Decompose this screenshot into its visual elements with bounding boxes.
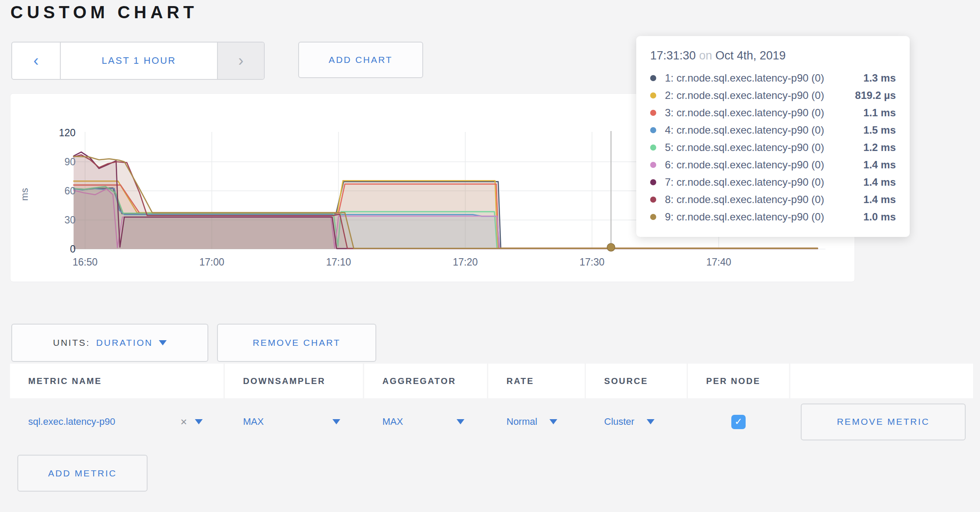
series-value: 1.4 ms xyxy=(863,194,896,206)
tooltip-series-row: 8: cr.node.sql.exec.latency-p90 (0)1.4 m… xyxy=(650,191,896,208)
series-value: 1.1 ms xyxy=(863,107,896,119)
tooltip-series-row: 3: cr.node.sql.exec.latency-p90 (0)1.1 m… xyxy=(650,104,896,121)
series-color-dot-icon xyxy=(650,214,656,220)
series-color-dot-icon xyxy=(650,110,656,116)
series-value: 1.3 ms xyxy=(863,72,896,84)
tooltip-series-row: 4: cr.node.sql.exec.latency-p90 (0)1.5 m… xyxy=(650,121,896,139)
aggregator-value: MAX xyxy=(382,416,403,427)
series-label: 9: cr.node.sql.exec.latency-p90 (0) xyxy=(665,211,858,223)
chevron-down-icon xyxy=(332,419,340,424)
remove-metric-cell: REMOVE METRIC xyxy=(790,398,973,445)
series-label: 6: cr.node.sql.exec.latency-p90 (0) xyxy=(665,159,858,171)
x-axis-tick-label: 17:20 xyxy=(453,256,478,268)
units-value: DURATION xyxy=(96,338,153,348)
per-node-checkbox[interactable]: ✓ xyxy=(731,415,746,429)
y-axis-tick-label: 60 xyxy=(64,185,76,197)
series-value: 1.4 ms xyxy=(863,159,896,171)
metric-dropdown-caret-icon[interactable] xyxy=(195,419,203,424)
chevron-left-icon: ‹ xyxy=(33,53,39,69)
series-color-dot-icon xyxy=(650,127,656,133)
chevron-down-icon xyxy=(647,419,654,424)
chevron-right-icon: › xyxy=(238,53,243,69)
crosshair-dot xyxy=(607,243,615,251)
table-header-empty xyxy=(790,364,973,398)
tooltip-series-row: 2: cr.node.sql.exec.latency-p90 (0)819.2… xyxy=(650,87,896,104)
tooltip-series-row: 1: cr.node.sql.exec.latency-p90 (0)1.3 m… xyxy=(650,69,896,87)
series-color-dot-icon xyxy=(650,75,656,81)
downsampler-dropdown[interactable]: MAX xyxy=(225,398,363,445)
series-color-dot-icon xyxy=(650,179,656,185)
chart-hover-tooltip: 17:31:30 on Oct 4th, 2019 1: cr.node.sql… xyxy=(636,36,910,237)
source-value: Cluster xyxy=(604,416,635,427)
table-header-metric-name: METRIC NAME xyxy=(10,364,224,398)
series-color-dot-icon xyxy=(650,144,656,151)
add-chart-label: ADD CHART xyxy=(329,55,392,65)
clear-metric-icon[interactable]: × xyxy=(181,415,187,429)
table-header-aggregator: AGGREGATOR xyxy=(364,364,487,398)
chevron-down-icon xyxy=(457,419,464,424)
x-axis-tick-label: 17:40 xyxy=(706,256,731,268)
x-axis-tick-label: 17:30 xyxy=(579,256,605,268)
tooltip-rows: 1: cr.node.sql.exec.latency-p90 (0)1.3 m… xyxy=(650,69,896,226)
tooltip-series-row: 6: cr.node.sql.exec.latency-p90 (0)1.4 m… xyxy=(650,156,896,174)
metric-name-cell: sql.exec.latency-p90 × xyxy=(10,398,224,445)
series-label: 5: cr.node.sql.exec.latency-p90 (0) xyxy=(665,141,858,154)
per-node-cell: ✓ xyxy=(688,398,789,445)
y-axis-tick-label: 30 xyxy=(64,214,76,226)
metrics-table: METRIC NAMEDOWNSAMPLERAGGREGATORRATESOUR… xyxy=(10,364,973,445)
series-label: 2: cr.node.sql.exec.latency-p90 (0) xyxy=(665,89,850,102)
time-range-label: LAST 1 HOUR xyxy=(102,55,176,66)
units-label: UNITS: xyxy=(53,338,90,348)
time-range-label-button[interactable]: LAST 1 HOUR xyxy=(61,43,217,79)
add-chart-button[interactable]: ADD CHART xyxy=(298,42,423,78)
remove-metric-button[interactable]: REMOVE METRIC xyxy=(801,404,966,440)
chevron-down-icon xyxy=(549,419,557,424)
y-axis-tick-label: 0 xyxy=(70,243,76,255)
remove-chart-button[interactable]: REMOVE CHART xyxy=(217,324,376,362)
y-axis-unit-label: ms xyxy=(19,188,30,200)
series-label: 8: cr.node.sql.exec.latency-p90 (0) xyxy=(665,194,858,206)
tooltip-series-row: 5: cr.node.sql.exec.latency-p90 (0)1.2 m… xyxy=(650,139,896,156)
x-axis-tick-label: 17:00 xyxy=(199,256,224,268)
units-dropdown[interactable]: UNITS: DURATION xyxy=(11,324,208,362)
add-metric-label: ADD METRIC xyxy=(48,468,117,479)
tooltip-timestamp: 17:31:30 on Oct 4th, 2019 xyxy=(650,49,896,62)
y-axis-tick-label: 90 xyxy=(64,156,76,167)
series-color-dot-icon xyxy=(650,197,656,203)
downsampler-value: MAX xyxy=(243,416,264,427)
tooltip-series-row: 7: cr.node.sql.exec.latency-p90 (0)1.4 m… xyxy=(650,174,896,191)
series-value: 1.0 ms xyxy=(863,211,896,223)
rate-value: Normal xyxy=(506,416,537,427)
table-header-per-node: PER NODE xyxy=(688,364,789,398)
y-axis-tick-label: 120 xyxy=(59,127,76,138)
series-label: 3: cr.node.sql.exec.latency-p90 (0) xyxy=(665,107,858,119)
tooltip-series-row: 9: cr.node.sql.exec.latency-p90 (0)1.0 m… xyxy=(650,208,896,226)
page-title: CUSTOM CHART xyxy=(10,3,198,22)
add-metric-button[interactable]: ADD METRIC xyxy=(17,455,148,492)
remove-chart-label: REMOVE CHART xyxy=(253,338,340,348)
tooltip-time: 17:31:30 xyxy=(650,49,696,62)
time-range-prev-button[interactable]: ‹ xyxy=(12,43,61,79)
series-color-dot-icon xyxy=(650,92,656,98)
x-axis-tick-label: 17:10 xyxy=(326,256,351,268)
rate-dropdown[interactable]: Normal xyxy=(488,398,585,445)
series-label: 7: cr.node.sql.exec.latency-p90 (0) xyxy=(665,176,858,188)
series-value: 1.4 ms xyxy=(863,176,896,188)
series-value: 819.2 µs xyxy=(855,89,896,102)
series-label: 1: cr.node.sql.exec.latency-p90 (0) xyxy=(665,72,858,84)
metric-name-value[interactable]: sql.exec.latency-p90 xyxy=(28,416,181,427)
source-dropdown[interactable]: Cluster xyxy=(586,398,687,445)
series-color-dot-icon xyxy=(650,162,656,168)
series-value: 1.5 ms xyxy=(863,124,896,136)
chevron-down-icon xyxy=(159,340,167,345)
series-label: 4: cr.node.sql.exec.latency-p90 (0) xyxy=(665,124,858,136)
aggregator-dropdown[interactable]: MAX xyxy=(364,398,487,445)
table-header-rate: RATE xyxy=(488,364,585,398)
table-header-downsampler: DOWNSAMPLER xyxy=(225,364,363,398)
time-range-control: ‹ LAST 1 HOUR › xyxy=(11,42,265,80)
time-range-next-button[interactable]: › xyxy=(217,43,264,79)
remove-metric-label: REMOVE METRIC xyxy=(837,417,930,427)
table-header-source: SOURCE xyxy=(586,364,687,398)
x-axis-tick-label: 16:50 xyxy=(72,256,98,268)
series-value: 1.2 ms xyxy=(863,141,896,154)
